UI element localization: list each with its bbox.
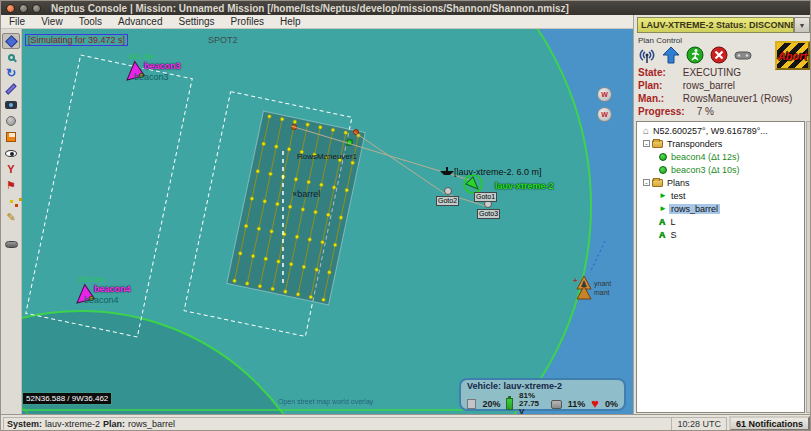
start-plan-button[interactable] bbox=[685, 45, 705, 65]
layers-visibility-button[interactable] bbox=[2, 145, 20, 161]
globe-icon bbox=[6, 116, 16, 126]
map-overlay-button-2[interactable]: W bbox=[597, 107, 612, 122]
plan-letter-icon: A bbox=[659, 217, 666, 227]
rows-maneuver-label: RowsManeuver1 bbox=[297, 152, 357, 161]
goto2-icon[interactable] bbox=[445, 188, 452, 195]
menu-settings[interactable]: Settings bbox=[170, 16, 222, 27]
tree-scrollbar[interactable] bbox=[806, 121, 811, 413]
mission-elements-button[interactable]: Y bbox=[2, 161, 20, 177]
flag-icon: ⚑ bbox=[6, 179, 16, 192]
tree-item-plans[interactable]: - Plans bbox=[637, 176, 804, 189]
tree-item-transponders[interactable]: - Transponders bbox=[637, 137, 804, 150]
stop-plan-button[interactable] bbox=[709, 45, 729, 65]
expander-icon[interactable]: - bbox=[643, 140, 650, 147]
tree-item-plan-test[interactable]: ► test bbox=[637, 189, 804, 202]
map-overlay-button-1[interactable]: W bbox=[597, 87, 612, 102]
plan-row: Plan: rows_barrel bbox=[638, 80, 735, 91]
arrow-up-icon bbox=[662, 46, 680, 64]
fuel-value: 0% bbox=[605, 399, 618, 409]
menu-help[interactable]: Help bbox=[272, 16, 309, 27]
vehicle-marker[interactable] bbox=[464, 175, 482, 193]
minimize-window-button[interactable] bbox=[19, 4, 28, 13]
vehicle-panel-title: Vehicle: lauv-xtreme-2 bbox=[467, 381, 618, 391]
progress-value: 7 % bbox=[697, 106, 714, 117]
translate-tool-button[interactable] bbox=[2, 33, 20, 49]
menu-advanced[interactable]: Advanced bbox=[110, 16, 170, 27]
chevron-down-icon[interactable]: ▼ bbox=[794, 17, 810, 33]
tree-item-home-location[interactable]: ⌂ N52.600257°, W9.616789°... bbox=[637, 124, 804, 137]
upload-plan-button[interactable] bbox=[661, 45, 681, 65]
plan-value: rows_barrel bbox=[683, 80, 735, 91]
vehicle-status-text: LAUV-XTREME-2 Status: DISCONNECTED bbox=[637, 17, 794, 33]
neptus-console-window: Neptus Console | Mission: Unnamed Missio… bbox=[0, 0, 811, 431]
menu-view[interactable]: View bbox=[33, 16, 71, 27]
announce-button[interactable] bbox=[637, 45, 657, 65]
status-bar: System: lauv-xtreme-2 Plan: rows_barrel … bbox=[1, 414, 811, 431]
window-title: Neptus Console | Mission: Unnamed Missio… bbox=[51, 3, 569, 14]
world-map-tool-button[interactable] bbox=[2, 113, 20, 129]
close-window-button[interactable] bbox=[6, 4, 15, 13]
goto3-label: Goto3 bbox=[477, 209, 500, 219]
abort-button[interactable]: Abort bbox=[775, 41, 810, 70]
tree-item-plan-rows-barrel[interactable]: ► rows_barrel bbox=[637, 202, 804, 215]
maneuver-value: RowsManeuver1 (Rows) bbox=[683, 93, 792, 104]
expander-icon[interactable]: - bbox=[643, 179, 650, 186]
simulation-status-label: [Simulating for 39.472 s] bbox=[25, 34, 128, 46]
plan-letter-icon: A bbox=[659, 230, 666, 240]
vehicle-name-label: lauv-xtreme-2 bbox=[495, 181, 554, 191]
maximize-window-button[interactable] bbox=[32, 4, 41, 13]
vehicle-gauges: 20% 81% 27.75 V 11% ♥ 0% bbox=[467, 392, 618, 414]
eye-icon bbox=[5, 150, 17, 157]
beacon3-shadow-label: beacon3 bbox=[134, 72, 169, 82]
control-side-panel: LAUV-XTREME-2 Status: DISCONNECTED ▼ Pla… bbox=[633, 15, 811, 414]
pencil-icon: ✎ bbox=[6, 211, 15, 224]
plan-points-button[interactable] bbox=[2, 193, 20, 209]
menu-tools[interactable]: Tools bbox=[71, 16, 110, 27]
teleoperation-button[interactable] bbox=[733, 45, 753, 65]
mission-tree: ⌂ N52.600257°, W9.616789°... - Transpond… bbox=[636, 121, 805, 413]
rotate-tool-button[interactable]: ↻ bbox=[2, 65, 20, 81]
tree-item-plan-s[interactable]: A S bbox=[637, 228, 804, 241]
plan-edit-button[interactable]: ⚑ bbox=[2, 177, 20, 193]
menu-profiles[interactable]: Profiles bbox=[223, 16, 272, 27]
status-system-section: System: lauv-xtreme-2 Plan: rows_barrel bbox=[3, 417, 671, 431]
vehicle-state-panel: Vehicle: lauv-xtreme-2 20% 81% 27.75 V 1… bbox=[459, 378, 626, 411]
plan-object-label: ×barrel bbox=[292, 189, 320, 199]
maneuver-row: Man.: RowsManeuver1 (Rows) bbox=[638, 93, 792, 104]
map-overlay-graphics bbox=[22, 29, 633, 414]
maneuver-label: Man.: bbox=[638, 93, 680, 104]
teleoperation-tool-button[interactable] bbox=[2, 225, 20, 241]
gamepad-icon bbox=[5, 241, 18, 248]
heart-icon: ♥ bbox=[591, 399, 599, 409]
utc-clock: 10:28 UTC bbox=[671, 417, 727, 431]
path-points-icon bbox=[10, 200, 13, 203]
state-value: EXECUTING bbox=[683, 67, 741, 78]
draw-tool-button[interactable]: ✎ bbox=[2, 209, 20, 225]
notifications-button[interactable]: 61 Notifications bbox=[729, 416, 810, 431]
menu-file[interactable]: File bbox=[1, 16, 33, 27]
ruler-icon bbox=[5, 83, 16, 94]
status-plan-value: rows_barrel bbox=[128, 419, 175, 429]
ruler-tool-button[interactable] bbox=[2, 81, 20, 97]
start-runner-icon bbox=[686, 46, 704, 64]
save-tool-button[interactable] bbox=[2, 129, 20, 145]
landmark-path-line bbox=[590, 241, 605, 273]
tree-item-beacon4[interactable]: beacon4 (Δt 12s) bbox=[637, 150, 804, 163]
tree-item-plan-l[interactable]: A L bbox=[637, 215, 804, 228]
magnifier-icon bbox=[8, 54, 15, 61]
plus-marker: + bbox=[573, 276, 578, 285]
battery-value: 81% 27.75 V bbox=[519, 392, 544, 414]
screenshot-tool-button[interactable] bbox=[2, 97, 20, 113]
state-row: State: EXECUTING bbox=[638, 67, 741, 78]
map-view[interactable]: [Simulating for 39.472 s] SPOT2 431.0m b… bbox=[22, 29, 633, 414]
folder-icon bbox=[652, 140, 663, 148]
goto2-label: Goto2 bbox=[436, 196, 459, 206]
tree-item-beacon3[interactable]: beacon3 (Δt 10s) bbox=[637, 163, 804, 176]
title-bar[interactable]: Neptus Console | Mission: Unnamed Missio… bbox=[1, 1, 811, 15]
cursor-coordinates-label: 52N36.588 / 9W36.462 bbox=[22, 392, 112, 405]
camera-icon bbox=[5, 101, 17, 109]
zoom-tool-button[interactable] bbox=[2, 49, 20, 65]
menu-bar: File View Tools Advanced Settings Profil… bbox=[1, 15, 633, 29]
plan-control-title: Plan Control bbox=[638, 36, 682, 45]
vehicle-selector[interactable]: LAUV-XTREME-2 Status: DISCONNECTED ▼ bbox=[637, 17, 810, 33]
